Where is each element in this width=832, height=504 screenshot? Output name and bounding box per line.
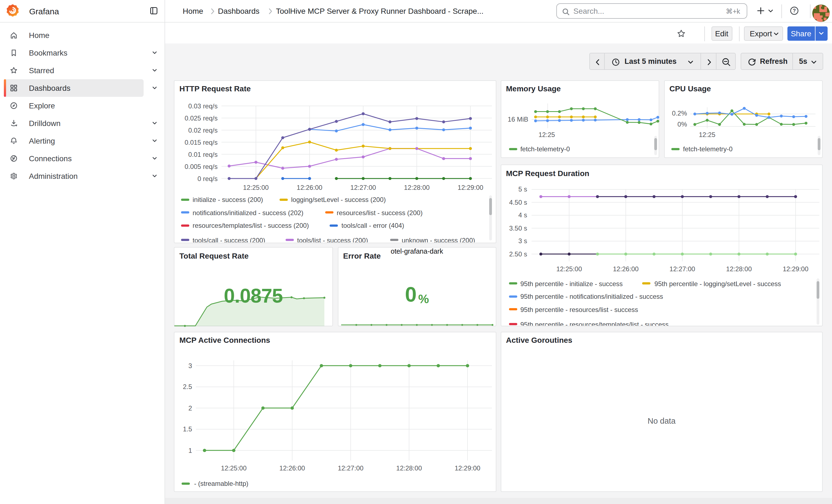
svg-text:?: ?: [792, 8, 796, 14]
